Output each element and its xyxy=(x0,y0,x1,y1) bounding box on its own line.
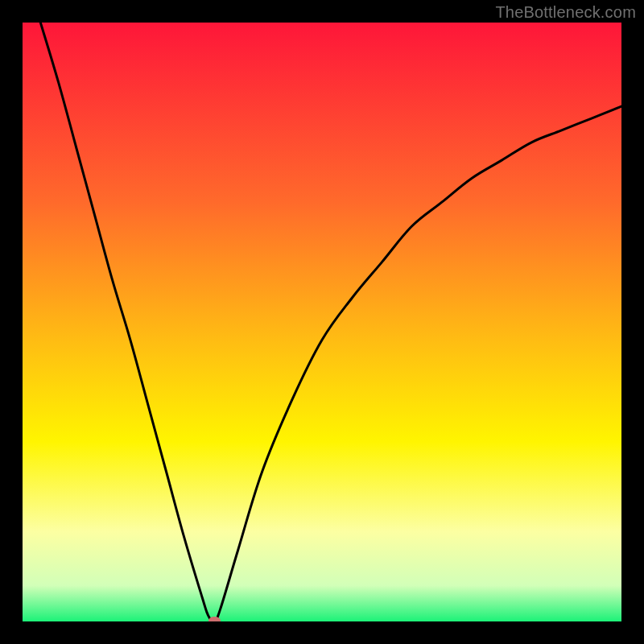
plot-area xyxy=(23,23,621,621)
chart-frame: TheBottleneck.com xyxy=(0,0,644,644)
minimum-marker xyxy=(208,617,221,621)
watermark-text: TheBottleneck.com xyxy=(495,3,636,22)
bottleneck-curve xyxy=(23,23,621,621)
